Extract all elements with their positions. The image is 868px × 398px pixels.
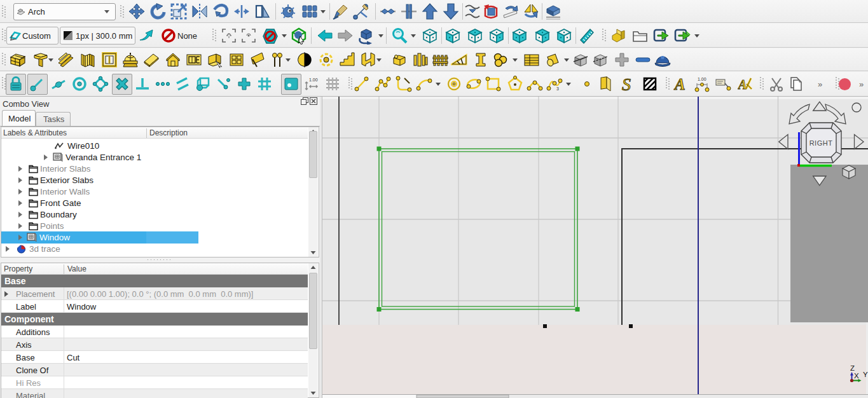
svg-text:RIGHT: RIGHT [809,139,833,147]
svg-text:X: X [854,372,859,380]
svg-text:Z: Z [850,364,855,372]
svg-text:1.00: 1.00 [698,77,706,81]
svg-text:S: S [622,76,631,92]
svg-text:A: A [673,76,685,92]
svg-text:3: 3 [556,86,559,91]
svg-text:1.00: 1.00 [309,78,318,82]
svg-text:Y: Y [863,371,868,378]
svg-text:A: A [738,78,747,92]
